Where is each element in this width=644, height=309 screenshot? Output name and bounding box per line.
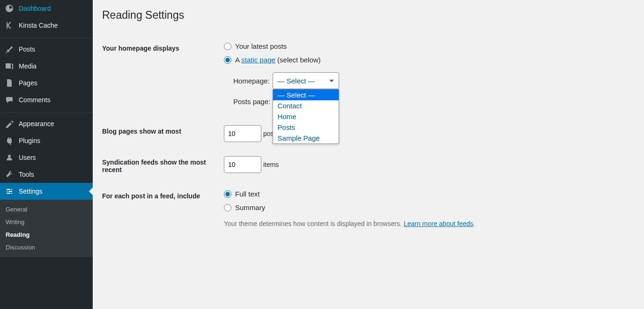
- admin-sidebar: Dashboard Kinsta Cache Posts Media Pages…: [0, 0, 93, 309]
- kinsta-icon: [5, 21, 14, 30]
- plugins-icon: [5, 136, 14, 145]
- pin-icon: [5, 45, 14, 54]
- main-content: Reading Settings Your homepage displays …: [93, 0, 644, 309]
- label-homepage-displays: Your homepage displays: [102, 35, 219, 118]
- radio-static-page-label[interactable]: A static page (select below): [235, 56, 321, 64]
- sidebar-item-label: Pages: [19, 79, 37, 87]
- dropdown-option-home[interactable]: Home: [273, 111, 339, 122]
- sidebar-item-settings[interactable]: Settings: [0, 183, 93, 200]
- sidebar-item-label: Dashboard: [19, 5, 51, 12]
- dashboard-icon: [5, 4, 14, 13]
- radio-full-text-label[interactable]: Full text: [235, 190, 260, 198]
- sidebar-item-appearance[interactable]: Appearance: [0, 115, 93, 132]
- page-title: Reading Settings: [102, 5, 635, 23]
- sidebar-item-media[interactable]: Media: [0, 58, 93, 75]
- sidebar-item-posts[interactable]: Posts: [0, 41, 93, 58]
- sidebar-item-dashboard[interactable]: Dashboard: [0, 0, 93, 17]
- sidebar-item-label: Plugins: [19, 137, 40, 144]
- radio-latest-posts-label[interactable]: Your latest posts: [235, 42, 287, 50]
- homepage-select-dropdown: — Select — Contact Home Posts Sample Pag…: [273, 89, 339, 144]
- sidebar-item-kinsta-cache[interactable]: Kinsta Cache: [0, 17, 93, 34]
- label-syndication: Syndication feeds show the most recent: [102, 149, 219, 183]
- sidebar-item-comments[interactable]: Comments: [0, 91, 93, 108]
- sidebar-item-plugins[interactable]: Plugins: [0, 132, 93, 149]
- sidebar-item-label: Settings: [19, 188, 43, 195]
- sidebar-item-label: Media: [19, 62, 37, 70]
- label-blog-pages: Blog pages show at most: [102, 118, 219, 149]
- radio-summary-label[interactable]: Summary: [235, 203, 265, 211]
- radio-full-text[interactable]: [224, 190, 231, 198]
- tools-icon: [5, 170, 14, 179]
- homepage-select-label: Homepage:: [233, 77, 270, 85]
- submenu-item-writing[interactable]: Writing: [0, 216, 93, 228]
- radio-summary[interactable]: [224, 204, 231, 211]
- dropdown-option-select[interactable]: — Select —: [273, 90, 339, 100]
- label-feed-include: For each post in a feed, include: [102, 183, 219, 234]
- sidebar-separator: [0, 36, 93, 38]
- sidebar-item-label: Users: [19, 154, 36, 161]
- radio-static-page[interactable]: [224, 56, 231, 64]
- sidebar-item-label: Comments: [19, 96, 51, 104]
- homepage-select[interactable]: — Select —: [273, 72, 339, 89]
- settings-submenu: General Writing Reading Discussion: [0, 200, 93, 257]
- pages-icon: [5, 78, 14, 88]
- comments-icon: [5, 95, 14, 105]
- media-icon: [5, 61, 14, 71]
- dropdown-option-posts[interactable]: Posts: [273, 122, 339, 133]
- syndication-input[interactable]: [224, 156, 261, 173]
- static-page-link[interactable]: static page: [241, 56, 275, 64]
- dropdown-option-sample-page[interactable]: Sample Page: [273, 133, 339, 143]
- sidebar-item-label: Appearance: [19, 120, 54, 128]
- syndication-unit: items: [263, 161, 279, 168]
- sidebar-separator: [0, 111, 93, 113]
- sidebar-item-label: Kinsta Cache: [19, 22, 58, 29]
- submenu-item-general[interactable]: General: [0, 203, 93, 216]
- sidebar-item-users[interactable]: Users: [0, 149, 93, 166]
- sidebar-item-label: Tools: [19, 171, 34, 178]
- blog-pages-input[interactable]: [224, 125, 261, 142]
- postspage-select-label: Posts page:: [233, 98, 270, 106]
- appearance-icon: [5, 119, 14, 128]
- users-icon: [5, 153, 14, 162]
- learn-more-feeds-link[interactable]: Learn more about feeds: [404, 220, 474, 227]
- radio-latest-posts[interactable]: [224, 43, 231, 50]
- submenu-item-discussion[interactable]: Discussion: [0, 241, 93, 254]
- sidebar-item-tools[interactable]: Tools: [0, 166, 93, 183]
- submenu-item-reading[interactable]: Reading: [0, 228, 93, 241]
- sidebar-item-pages[interactable]: Pages: [0, 75, 93, 91]
- dropdown-option-contact[interactable]: Contact: [273, 100, 339, 111]
- settings-icon: [5, 187, 14, 196]
- feed-description: Your theme determines how content is dis…: [224, 220, 630, 227]
- sidebar-item-label: Posts: [19, 45, 35, 53]
